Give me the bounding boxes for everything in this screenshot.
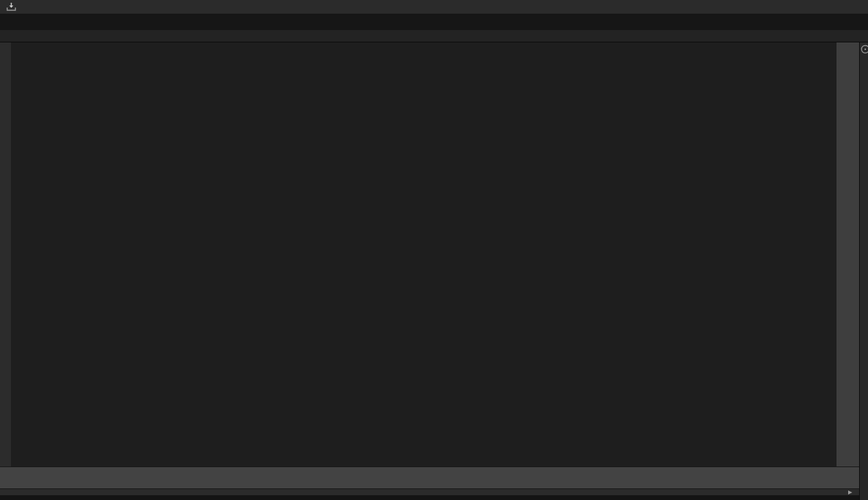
window-bottom-edge [0, 495, 868, 500]
tslab-window [0, 0, 868, 500]
chart-area [0, 42, 868, 500]
scroll-right-arrow-icon[interactable] [848, 490, 852, 495]
left-axis-margin [0, 42, 11, 466]
horizontal-scrollbar[interactable] [0, 488, 859, 495]
collapsed-side-panel[interactable] [859, 42, 868, 500]
time-axis[interactable] [0, 466, 859, 488]
workspace-tab-bar [0, 14, 868, 30]
import-script-icon[interactable] [6, 2, 16, 12]
right-price-axis[interactable] [837, 42, 859, 488]
title-bar [0, 0, 868, 14]
document-tab-bar [0, 30, 868, 42]
collapsed-panel-icon[interactable] [860, 42, 868, 59]
